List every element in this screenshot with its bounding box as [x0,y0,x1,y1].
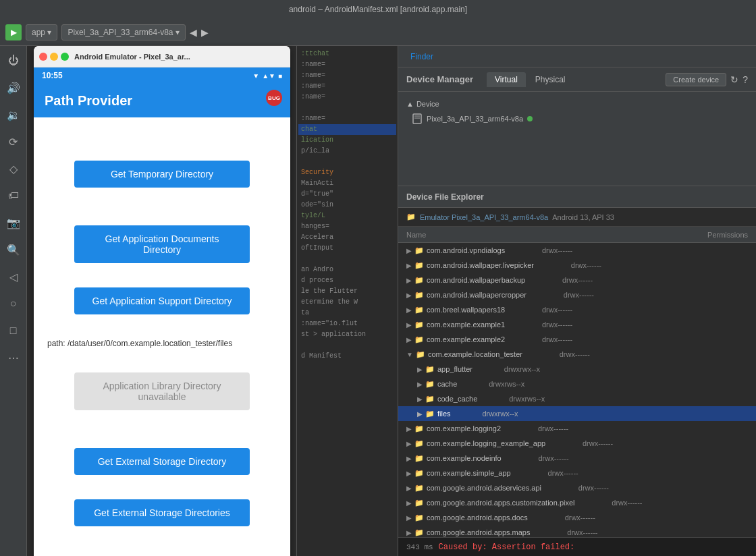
device-item[interactable]: Pixel_3a_API_33_arm64-v8a [404,111,751,127]
next-button[interactable]: ▶ [201,27,209,38]
file-explorer-header: Device File Explorer [398,186,756,208]
finder-tab[interactable]: Finder [404,49,440,64]
tag-icon[interactable]: 🏷 [4,186,23,205]
tab-virtual[interactable]: Virtual [487,72,526,87]
list-item[interactable]: ▶ 📁 app_flutter drwxrwx--x [398,362,756,377]
code-line: :ttchat [298,49,396,59]
code-line: d Manifest [298,351,396,362]
rotate-icon[interactable]: ⟳ [4,132,23,151]
tab-physical[interactable]: Physical [527,72,574,87]
list-item[interactable]: ▶ 📁 com.example.example2 drwx------ [398,332,756,347]
item-perm: drwx------ [528,513,595,522]
maximize-button[interactable] [61,53,69,61]
item-perm: drwx------ [525,276,593,284]
list-item[interactable]: ▶ 📁 com.google.android.apps.maps drwx---… [398,525,756,537]
list-item[interactable]: ▶ 📁 com.google.android.adservices.api dr… [398,480,756,495]
app-selector[interactable]: app ▾ [26,24,57,40]
camera-icon[interactable]: 📷 [4,213,23,232]
get-app-support-dir-button[interactable]: Get Application Support Directory [74,287,250,314]
close-button[interactable] [39,53,47,61]
list-item[interactable]: ▶ 📁 code_cache drwxrws--x [398,391,756,406]
arrow-icon: ▶ [406,440,412,447]
android-status-bar: 10:55 ▼ ▲▼ ■ [34,67,290,84]
diamond-icon[interactable]: ◇ [4,159,23,178]
list-item[interactable]: ▶ 📁 com.google.android.apps.docs drwx---… [398,510,756,525]
item-name: com.google.android.adservices.api [427,484,541,492]
folder-icon: 📁 [414,439,424,448]
get-external-storage-button[interactable]: Get External Storage Directory [74,448,250,475]
minimize-button[interactable] [50,53,58,61]
item-name: com.example.location_tester [428,350,522,358]
refresh-button[interactable]: ↻ [730,74,738,85]
terminal-text: Caused by: Assertion failed: [439,543,575,552]
list-item[interactable]: ▶ 📁 com.example.logging_example_app drwx… [398,436,756,451]
arrow-icon: ▶ [406,470,412,477]
list-item-selected[interactable]: ▶ 📁 files drwxrwx--x [398,406,756,421]
code-line: Security [298,167,396,178]
list-item[interactable]: ▶ 📁 com.example.example1 drwx------ [398,317,756,332]
item-name: app_flutter [437,365,473,373]
spacer-4 [45,320,279,333]
circle-icon[interactable]: ○ [4,294,23,313]
list-item[interactable]: ▶ 📁 com.example.simple_app drwx------ [398,466,756,480]
zoom-icon[interactable]: 🔍 [4,240,23,259]
code-line: Accelera [298,232,396,243]
item-name: com.android.wallpaper.livepicker [427,261,534,269]
main-content: ⏻ 🔊 🔉 ⟳ ◇ 🏷 📷 🔍 ◁ ○ □ ⋯ Android Emulator… [0,46,756,556]
folder-icon: 📁 [414,484,424,493]
get-app-docs-dir-button[interactable]: Get Application Documents Directory [74,225,250,263]
folder-icon: 📁 [414,261,424,270]
list-item[interactable]: ▶ 📁 com.android.vpndialogs drwx------ [398,243,756,258]
power-icon[interactable]: ⏻ [4,51,23,70]
folder-icon: 📁 [414,513,424,522]
square-icon[interactable]: □ [4,321,23,340]
list-item[interactable]: ▶ 📁 cache drwxrws--x [398,377,756,391]
list-item[interactable]: ▶ 📁 com.android.wallpaperbackup drwx----… [398,273,756,287]
folder-icon: 📁 [425,380,435,389]
wifi-icon: ▼ [252,72,259,80]
item-name: com.android.wallpapercropper [427,291,526,299]
item-name: files [437,410,451,418]
app-selector-label: app [32,28,45,37]
item-name: code_cache [437,395,477,403]
device-section-header[interactable]: ▲ Device [404,97,751,111]
svg-rect-0 [413,114,421,123]
run-button[interactable]: ▶ [5,24,22,40]
item-perm: drwx------ [505,321,572,329]
item-name: com.android.wallpaperbackup [427,276,525,284]
list-item[interactable]: ▶ 📁 com.android.wallpaper.livepicker drw… [398,258,756,273]
list-item[interactable]: ▶ 📁 com.android.wallpapercropper drwx---… [398,287,756,302]
get-temp-dir-button[interactable]: Get Temporary Directory [74,161,250,188]
code-editor-panel: :ttchat :name= :name= :name= :name= :nam… [297,46,398,556]
get-external-storage-dirs-button[interactable]: Get External Storage Directories [74,499,250,526]
help-button[interactable]: ? [742,74,748,85]
back-icon[interactable]: ◁ [4,267,23,286]
item-name: com.google.android.apps.maps [427,528,530,536]
list-item[interactable]: ▶ 📁 com.example.nodeinfo drwx------ [398,451,756,466]
code-line [298,103,396,113]
arrow-icon: ▶ [406,455,412,462]
device-selector[interactable]: Pixel_3a_API_33_arm64-v8a ▾ [61,24,185,40]
code-line: p/ic_la [298,146,396,157]
item-name: com.android.vpndialogs [427,246,505,254]
item-perm: drwx------ [541,484,609,492]
item-perm: drwx------ [545,439,613,447]
item-name: cache [437,380,457,388]
list-item[interactable]: ▶ 📁 com.example.logging2 drwx------ [398,421,756,436]
create-device-button[interactable]: Create device [666,73,726,86]
spacer-7 [45,480,279,494]
item-name: com.example.logging2 [427,424,501,433]
prev-button[interactable]: ◀ [190,27,197,38]
device-title-text: Android Emulator - Pixel_3a_ar... [74,53,285,61]
code-line: d proces [298,275,396,286]
list-item-expanded[interactable]: ▼ 📁 com.example.location_tester drwx----… [398,347,756,362]
arrow-icon: ▶ [417,395,423,403]
more-icon[interactable]: ⋯ [4,348,23,367]
code-line: st > application [298,329,396,340]
path-text: path: /data/user/0/com.example.location_… [45,333,279,354]
volume-up-icon[interactable]: 🔊 [4,78,23,97]
code-line: :name= [298,59,396,70]
list-item[interactable]: ▶ 📁 com.google.android.apps.customizatio… [398,495,756,510]
volume-down-icon[interactable]: 🔉 [4,105,23,124]
list-item[interactable]: ▶ 📁 com.breel.wallpapers18 drwx------ [398,302,756,317]
